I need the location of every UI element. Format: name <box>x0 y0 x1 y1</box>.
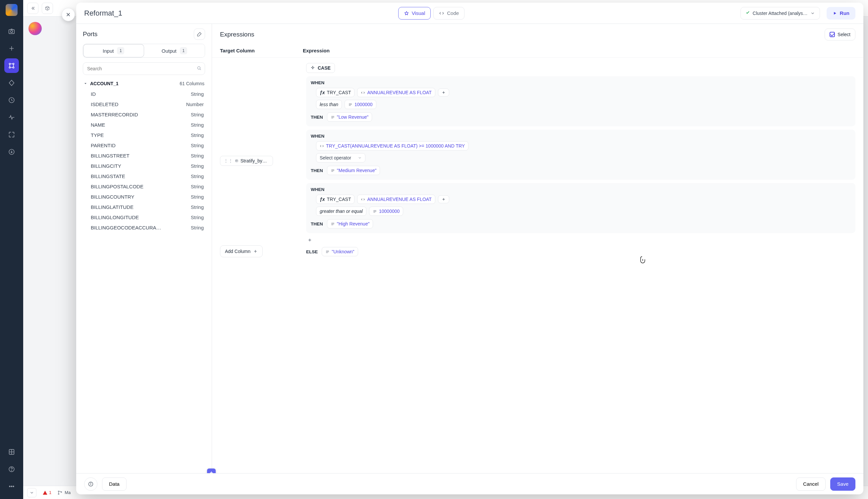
schema-column-row[interactable]: BILLINGCOUNTRYString <box>83 192 205 202</box>
check-icon <box>745 10 750 16</box>
schema-column-row[interactable]: MASTERRECORDIDString <box>83 109 205 120</box>
schema-column-name: BILLINGCITY <box>91 163 121 169</box>
schema-column-type: String <box>191 122 204 127</box>
nav-camera-icon[interactable] <box>4 24 19 38</box>
canvas-collapse-icon[interactable] <box>27 3 38 14</box>
code-expr-token[interactable]: ANNUALREVENUE AS FLOAT <box>357 195 435 204</box>
schema-column-name: BILLINGCOUNTRY <box>91 194 134 199</box>
schema-column-row[interactable]: TYPEString <box>83 130 205 140</box>
target-column-chip[interactable]: ⋮⋮ Stratify_by_reve… <box>220 156 273 166</box>
nav-diamond-icon[interactable] <box>4 76 19 90</box>
schema-column-row[interactable]: IDString <box>83 89 205 99</box>
tab-visual-label: Visual <box>412 10 425 16</box>
nav-history-icon[interactable] <box>4 93 19 107</box>
info-button[interactable] <box>84 477 97 491</box>
add-condition-button[interactable] <box>438 88 449 97</box>
operator-select[interactable]: Select operator <box>316 153 365 162</box>
schema-column-row[interactable]: BILLINGPOSTALCODEString <box>83 181 205 192</box>
schema-column-name: BILLINGGEOCODEACCURA… <box>91 225 161 230</box>
code-expr-text: ANNUALREVENUE AS FLOAT <box>367 90 431 95</box>
schema-column-type: String <box>191 163 204 169</box>
else-value-token[interactable]: "Unknown" <box>322 247 358 256</box>
view-mode-toggle: Visual Code <box>398 7 465 20</box>
nav-expand-icon[interactable] <box>4 127 19 142</box>
schema-column-row[interactable]: ISDELETEDNumber <box>83 99 205 109</box>
io-toggle: Input 1 Output 1 <box>83 44 205 58</box>
case-header[interactable]: CASE <box>306 63 335 73</box>
then-value-text: "Medium Revenue" <box>337 168 377 173</box>
operator-token[interactable]: less than <box>316 100 342 109</box>
then-label: THEN <box>311 115 323 120</box>
schema-group-header[interactable]: ACCOUNT_1 61 Columns <box>83 78 205 89</box>
reformat-modal: Reformat_1 Visual Code Cluster Attached … <box>76 3 863 494</box>
io-input-tab[interactable]: Input 1 <box>83 44 144 57</box>
svg-point-17 <box>198 66 200 69</box>
case-label: CASE <box>318 65 331 71</box>
io-output-count: 1 <box>180 47 187 54</box>
then-value-token[interactable]: "Medium Revenue" <box>327 166 380 175</box>
when-block-3: WHEN ƒxTRY_CAST ANNUALREVENUE AS FLOAT g… <box>306 183 855 233</box>
tab-visual[interactable]: Visual <box>398 7 431 20</box>
schema-column-name: BILLINGPOSTALCODE <box>91 184 143 189</box>
bottombar-chevron-icon[interactable] <box>27 488 36 497</box>
schema-column-row[interactable]: BILLINGGEOCODEACCURA…String <box>83 222 205 233</box>
cluster-label: Cluster Attached (analyst_de… <box>753 11 808 16</box>
schema-column-type: Number <box>186 101 204 107</box>
code-icon <box>361 197 365 202</box>
checkbox-icon <box>830 32 835 37</box>
code-expr-token[interactable]: TRY_CAST(ANNUALREVENUE AS FLOAT) >= 1000… <box>316 141 468 150</box>
add-condition-button[interactable] <box>438 195 449 203</box>
drag-handle-icon[interactable]: ⋮⋮ <box>224 158 233 163</box>
text-icon <box>331 115 335 119</box>
canvas-cube-icon[interactable] <box>42 3 53 14</box>
value-token[interactable]: 1000000 <box>344 100 376 109</box>
io-output-tab[interactable]: Output 1 <box>144 44 205 57</box>
nav-pipeline-icon[interactable] <box>4 58 19 73</box>
tab-code-label: Code <box>447 10 459 16</box>
run-button[interactable]: Run <box>827 7 855 20</box>
select-columns-button[interactable]: Select <box>825 28 855 40</box>
then-value-token[interactable]: "High Revenue" <box>327 219 373 229</box>
cluster-dropdown[interactable]: Cluster Attached (analyst_de… <box>740 7 820 20</box>
nav-more-icon[interactable] <box>4 479 19 494</box>
bottombar-branch[interactable]: Ma <box>57 490 71 495</box>
schema-column-row[interactable]: BILLINGCITYString <box>83 161 205 171</box>
svg-rect-18 <box>236 160 238 162</box>
schema-column-row[interactable]: BILLINGLONGITUDEString <box>83 212 205 222</box>
bottombar-warning[interactable]: 1 <box>42 490 51 495</box>
edit-ports-button[interactable] <box>194 28 205 40</box>
schema-column-row[interactable]: NAMEString <box>83 120 205 130</box>
value-token[interactable]: 10000000 <box>369 207 403 216</box>
operator-token[interactable]: greater than or equal <box>316 207 366 216</box>
nav-add-icon[interactable] <box>4 41 19 56</box>
schema-column-row[interactable]: BILLINGSTREETString <box>83 150 205 161</box>
delete-row-button[interactable] <box>863 151 863 158</box>
when-label: WHEN <box>311 187 851 192</box>
schema-tree: ACCOUNT_1 61 Columns IDStringISDELETEDNu… <box>83 78 205 473</box>
nav-grid-icon[interactable] <box>4 445 19 459</box>
nav-help-icon[interactable] <box>4 462 19 476</box>
nav-activity-icon[interactable] <box>4 110 19 125</box>
then-value-token[interactable]: "Low Revenue" <box>327 112 373 122</box>
fx-trycast-token[interactable]: ƒxTRY_CAST <box>316 88 354 97</box>
modal-close-button[interactable] <box>62 8 75 21</box>
canvas-orb-icon <box>28 22 42 35</box>
data-tab-button[interactable]: Data <box>102 477 127 491</box>
cancel-button[interactable]: Cancel <box>796 477 826 491</box>
ports-search-input[interactable] <box>83 62 205 75</box>
fx-trycast-token[interactable]: ƒxTRY_CAST <box>316 195 354 204</box>
save-button[interactable]: Save <box>830 477 855 491</box>
add-when-button[interactable] <box>306 236 313 244</box>
schema-column-type: String <box>191 132 204 138</box>
delete-row-button[interactable] <box>863 199 863 207</box>
schema-column-row[interactable]: BILLINGSTATEString <box>83 171 205 181</box>
schema-column-row[interactable]: PARENTIDString <box>83 140 205 150</box>
add-column-button[interactable]: Add Column <box>220 245 263 257</box>
schema-column-row[interactable]: BILLINGLATITUDEString <box>83 202 205 212</box>
svg-point-20 <box>90 483 91 483</box>
fx-name: TRY_CAST <box>327 197 351 202</box>
code-expr-token[interactable]: ANNUALREVENUE AS FLOAT <box>357 88 435 97</box>
tab-code[interactable]: Code <box>433 7 465 20</box>
ports-add-button[interactable] <box>207 468 216 473</box>
nav-download-icon[interactable] <box>4 145 19 159</box>
